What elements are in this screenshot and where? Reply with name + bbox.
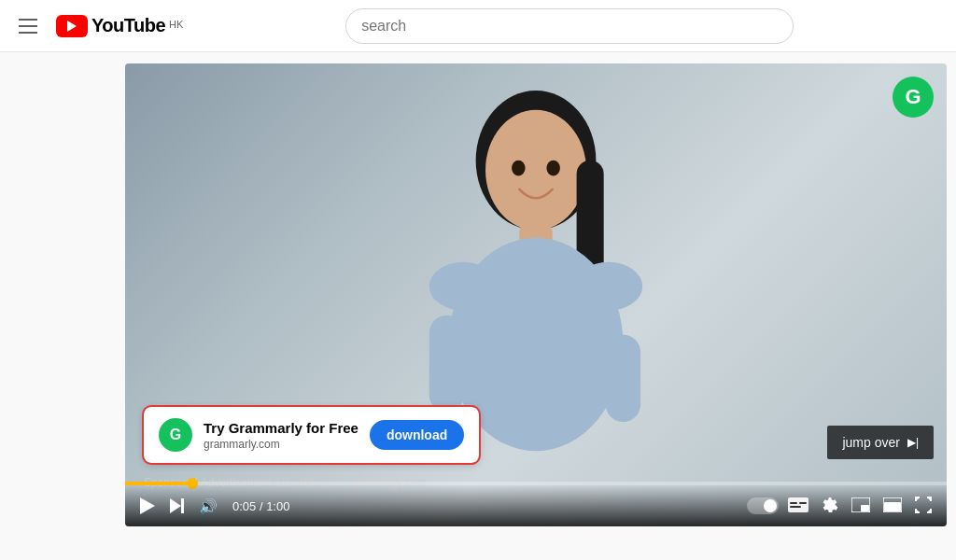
autoplay-thumb: [764, 499, 777, 512]
svg-rect-7: [429, 315, 464, 413]
svg-rect-16: [861, 505, 869, 511]
fullscreen-icon: [915, 497, 932, 513]
subtitles-button[interactable]: [784, 496, 812, 517]
svg-rect-12: [790, 502, 797, 504]
ad-logo-icon: G: [159, 418, 192, 452]
svg-rect-14: [790, 506, 801, 508]
play-icon: [140, 497, 155, 514]
ad-overlay-card: G Try Grammarly for Free grammarly.com d…: [144, 407, 479, 463]
jump-over-button[interactable]: jump over: [827, 426, 934, 459]
ad-text-block: Try Grammarly for Free grammarly.com: [204, 420, 358, 451]
next-button[interactable]: [166, 495, 188, 517]
youtube-logo-text: YouTube: [91, 15, 165, 36]
svg-point-6: [575, 262, 643, 311]
miniplayer-button[interactable]: [848, 496, 874, 517]
svg-point-5: [429, 262, 498, 311]
play-button[interactable]: [136, 494, 159, 518]
ad-download-button[interactable]: download: [370, 420, 464, 450]
grammarly-top-badge: G: [893, 77, 934, 118]
video-player[interactable]: G G Try Grammarly for Free grammarly.com…: [125, 63, 947, 526]
ad-url: grammarly.com: [204, 438, 358, 451]
hamburger-menu-button[interactable]: [15, 15, 41, 37]
next-icon: [170, 498, 184, 513]
theater-icon: [883, 497, 902, 512]
time-display: 0:05 / 1:00: [232, 499, 289, 513]
svg-rect-8: [606, 335, 640, 422]
svg-rect-18: [884, 502, 901, 511]
search-container: [198, 8, 941, 44]
controls-right: [747, 495, 935, 518]
autoplay-toggle[interactable]: [747, 497, 779, 514]
youtube-logo-region: HK: [169, 19, 183, 30]
search-input[interactable]: [345, 8, 794, 44]
controls-bar: 🔊 0:05 / 1:00: [125, 485, 947, 526]
video-container: G G Try Grammarly for Free grammarly.com…: [125, 63, 947, 526]
miniplayer-icon: [851, 497, 870, 512]
header: YouTube HK: [0, 0, 956, 52]
youtube-logo[interactable]: YouTube HK: [56, 15, 183, 37]
svg-point-1: [485, 110, 586, 231]
header-left: YouTube HK: [15, 15, 183, 37]
theater-mode-button[interactable]: [879, 496, 906, 517]
youtube-logo-icon: [56, 15, 88, 37]
svg-point-10: [546, 161, 560, 176]
svg-rect-11: [788, 497, 808, 512]
settings-button[interactable]: [818, 495, 842, 518]
fullscreen-button[interactable]: [911, 495, 935, 518]
settings-icon: [822, 497, 838, 513]
ad-title: Try Grammarly for Free: [204, 420, 358, 436]
subtitles-icon: [788, 497, 808, 512]
autoplay-track[interactable]: [747, 497, 779, 514]
svg-rect-13: [799, 502, 807, 504]
volume-button[interactable]: 🔊: [195, 494, 221, 519]
svg-point-9: [512, 161, 526, 176]
